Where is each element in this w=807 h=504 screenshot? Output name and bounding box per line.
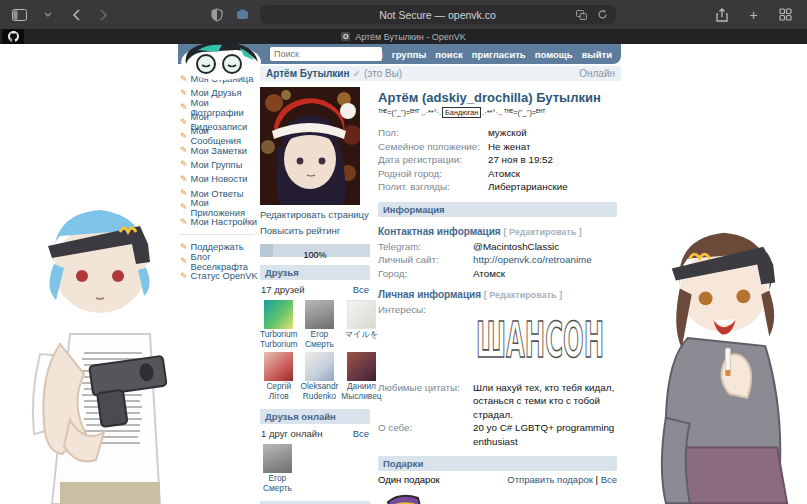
friends-grid: TurboriumTurborium ЕгорСмерть マイルを [260,300,370,401]
tab-title: Артём Бутылкин - OpenVK [355,32,466,42]
gifts-all-link[interactable]: Все [601,474,617,485]
friend-avatar[interactable] [347,300,376,329]
about-value: 20 yo C# LGBTQ+ programming enthusiast [473,421,617,448]
friend-avatar[interactable] [264,352,293,381]
field-label: Полит. взгляды: [378,180,488,194]
nav-logout[interactable]: выйти [582,49,612,60]
extension-icon[interactable] [235,7,250,22]
back-icon[interactable] [68,7,83,22]
field-value: Атомск [488,167,520,181]
profile-left-column: Редактировать страницу Повысить рейтинг … [260,87,370,504]
info-section-header: Информация [378,202,617,217]
field-value: 27 ноя в 19:52 [488,153,553,167]
friend-avatar[interactable] [264,300,293,329]
personal-site-link[interactable]: http://openvk.co/retroanime [473,254,592,265]
sidebar-item-my-apps[interactable]: ✎Мои Приложения [180,201,260,215]
site-header: главная группы поиск пригласить помощь в… [178,44,621,64]
friend-item[interactable]: ДаниилМысливец [341,352,381,401]
friend-item[interactable]: TurboriumTurborium [260,300,298,349]
pencil-icon: ✎ [180,203,188,212]
nav-search[interactable]: поиск [435,49,462,60]
new-tab-icon[interactable]: + [746,7,761,22]
friend-item[interactable]: OleksandrRudenko [301,352,339,401]
friend-avatar[interactable] [347,352,376,381]
friends-all-link[interactable]: Все [353,284,369,295]
friend-avatar[interactable] [263,444,292,473]
github-icon [8,31,19,42]
field-value: Атомск [473,267,505,281]
forward-icon[interactable] [96,7,111,22]
background-art-left [0,184,178,504]
pinned-tab-github[interactable] [2,29,24,44]
profile-status[interactable]: ᵀᴴᴱ=(ᵔ_ᵔ)=ᴱᴴᵀ ,.·**°·.Бандюган.·**°·., ᵀ… [378,108,617,117]
pencil-icon: ✎ [180,103,188,112]
sidebar-item-my-messages[interactable]: ✎Мои Сообщения [180,129,260,143]
sidebar-item-my-settings[interactable]: ✎Мои Настройки [180,215,260,229]
friends-online-count: 1 друг онлайн [261,428,322,439]
field-value: Либертарианские [488,180,568,194]
friend-item[interactable]: СергійЛітов [260,352,298,401]
tab-overview-icon[interactable] [778,7,793,22]
chevron-down-icon[interactable] [40,7,55,22]
online-status: Онлайн [579,68,615,79]
friends-online-all-link[interactable]: Все [353,428,369,439]
nav-invite[interactable]: пригласить [472,49,526,60]
menu-divider [180,234,254,235]
friend-avatar[interactable] [305,352,334,381]
address-bar-url: Not Secure — openvk.co [260,9,616,21]
pencil-icon: ✎ [180,132,188,141]
sidebar-toggle-icon[interactable] [12,7,27,22]
nav-groups[interactable]: группы [392,49,427,60]
friend-item[interactable]: マイルを [341,300,381,349]
field-label: Любимые цитаты: [378,381,473,422]
field-label: Семейное положение: [378,140,488,154]
send-gift-link[interactable]: Отправить подарок [507,474,593,485]
share-icon[interactable] [714,7,729,22]
rating-bar: 100% [260,244,370,257]
pencil-icon: ✎ [180,257,188,266]
pencil-icon: ✎ [180,189,188,198]
translate-icon[interactable] [574,7,589,22]
status-boxed-word: Бандюган [442,107,481,118]
nav-help[interactable]: помощь [535,49,573,60]
field-value: Не женат [488,140,530,154]
contact-info-title: Контактная информация [ Редактировать ] [378,226,617,237]
field-label: Дата регистрации: [378,153,488,167]
profile-main-column: Артём (adskiy_drochilla) Бутылкин ᵀᴴᴱ=(ᵔ… [378,87,621,504]
profile-strip-you: (это Вы) [364,68,402,79]
pencil-icon: ✎ [180,118,188,127]
profile-strip-name: Артём Бутылкин [266,68,350,79]
sidebar-item-my-groups[interactable]: ✎Мои Группы [180,158,260,172]
friend-item[interactable]: ЕгорСмерть [260,444,295,493]
contact-edit-link[interactable]: [ Редактировать ] [503,227,581,237]
profile-strip: Артём Бутылкин ✓ (это Вы) Онлайн [260,66,621,81]
profile-avatar[interactable] [260,87,360,205]
sidebar-item-status[interactable]: ✎Статус OpenVK [180,269,260,283]
browser-toolbar: Not Secure — openvk.co + [0,0,807,29]
friend-avatar[interactable] [305,300,334,329]
personal-info-title: Личная информация [ Редактировать ] [378,289,617,300]
friend-item[interactable]: ЕгорСмерть [301,300,339,349]
sidebar-item-blog[interactable]: ✎Блог Веселкрафта [180,255,260,269]
openvk-favicon: O [341,32,350,41]
search-input[interactable] [270,47,382,61]
browser-chrome: Not Secure — openvk.co + [0,0,807,44]
verified-icon: ✓ [353,68,361,79]
reload-icon[interactable] [595,7,610,22]
raise-rating-link[interactable]: Повысить рейтинг [260,224,370,237]
page-body: главная группы поиск пригласить помощь в… [0,44,807,504]
personal-edit-link[interactable]: [ Редактировать ] [484,290,562,300]
pencil-icon: ✎ [180,243,188,252]
edit-page-link[interactable]: Редактировать страницу [260,208,370,221]
pencil-icon: ✎ [180,272,188,281]
address-bar[interactable]: Not Secure — openvk.co [260,5,616,24]
sidebar-item-my-news[interactable]: ✎Мои Новости [180,172,260,186]
field-label: Родной город: [378,167,488,181]
site-logo[interactable] [178,40,264,80]
field-label: Интересы: [378,303,473,381]
privacy-shield-icon[interactable] [210,7,225,22]
gift-image[interactable] [380,490,426,504]
field-value: мужской [488,126,527,140]
active-tab[interactable]: O Артём Бутылкин - OpenVK [341,32,466,42]
gifts-section-header: Подарки [378,456,617,471]
